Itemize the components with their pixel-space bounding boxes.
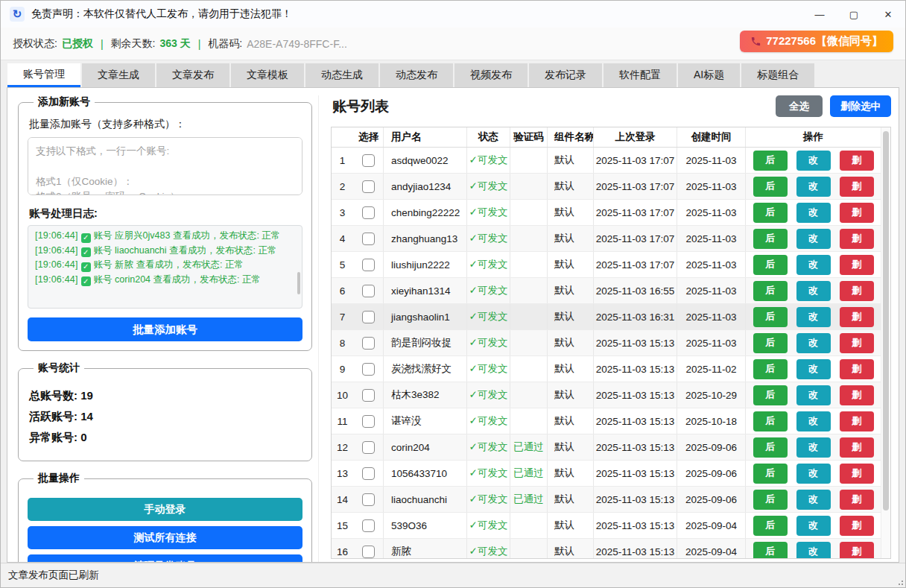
delete-button[interactable]: 删 — [840, 333, 874, 353]
edit-button[interactable]: 改 — [796, 490, 831, 510]
edit-button[interactable]: 改 — [796, 464, 831, 484]
row-number: 2 — [332, 174, 354, 199]
backend-button[interactable]: 后 — [753, 333, 788, 353]
tab-标题组合[interactable]: 标题组合 — [741, 63, 814, 87]
delete-button[interactable]: 删 — [840, 281, 874, 301]
batch-add-button[interactable]: 批量添加账号 — [28, 317, 302, 341]
backend-button[interactable]: 后 — [753, 411, 788, 431]
batch-op-测试所有连接-button[interactable]: 测试所有连接 — [28, 526, 302, 549]
delete-button[interactable]: 删 — [840, 411, 874, 431]
tab-文章模板[interactable]: 文章模板 — [231, 63, 304, 87]
days-left-label: 剩余天数: — [111, 37, 156, 51]
row-checkbox[interactable] — [362, 467, 375, 480]
delete-button[interactable]: 删 — [840, 542, 874, 560]
edit-button[interactable]: 改 — [796, 542, 831, 560]
edit-button[interactable]: 改 — [796, 151, 831, 171]
tab-视频发布[interactable]: 视频发布 — [454, 63, 528, 87]
delete-button[interactable]: 删 — [840, 255, 874, 275]
row-checkbox[interactable] — [362, 415, 375, 428]
row-checkbox[interactable] — [362, 180, 375, 193]
edit-button[interactable]: 改 — [796, 281, 831, 301]
delete-button[interactable]: 删 — [840, 151, 874, 171]
select-cell — [354, 278, 384, 303]
select-cell — [354, 356, 384, 382]
tab-账号管理[interactable]: 账号管理 — [7, 63, 80, 87]
backend-button[interactable]: 后 — [753, 464, 788, 484]
account-log-box[interactable]: [19:06:44]✓账号 应朋兴0jv483 查看成功，发布状态: 正常[19… — [28, 225, 302, 309]
tab-文章生成[interactable]: 文章生成 — [82, 63, 155, 87]
delete-button[interactable]: 删 — [840, 359, 874, 379]
edit-button[interactable]: 改 — [796, 437, 831, 458]
backend-button[interactable]: 后 — [753, 359, 788, 379]
backend-button[interactable]: 后 — [753, 307, 788, 327]
row-checkbox[interactable] — [362, 389, 375, 402]
delete-button[interactable]: 删 — [840, 464, 874, 484]
resize-grip[interactable] — [896, 578, 903, 585]
row-checkbox[interactable] — [362, 259, 375, 271]
backend-button[interactable]: 后 — [753, 490, 788, 510]
edit-button[interactable]: 改 — [796, 229, 831, 249]
table-scrollbar[interactable] — [881, 127, 890, 558]
backend-button[interactable]: 后 — [753, 255, 788, 275]
edit-button[interactable]: 改 — [796, 307, 831, 327]
row-checkbox[interactable] — [362, 233, 375, 245]
tab-文章发布[interactable]: 文章发布 — [156, 63, 229, 87]
main-content: 添加新账号 批量添加账号（支持多种格式）： 账号处理日志: [19:06:44]… — [7, 87, 899, 563]
delete-button[interactable]: 删 — [840, 516, 874, 536]
backend-button[interactable]: 后 — [753, 203, 788, 223]
backend-button[interactable]: 后 — [753, 177, 788, 197]
table-scrollbar-thumb[interactable] — [883, 131, 889, 510]
edit-button[interactable]: 改 — [796, 411, 831, 431]
row-checkbox[interactable] — [362, 154, 375, 167]
batch-op-清理异常账号-button[interactable]: 清理异常账号 — [28, 554, 302, 563]
edit-button[interactable]: 改 — [796, 177, 831, 197]
group-cell: 默认 — [548, 434, 594, 460]
delete-button[interactable]: 删 — [840, 307, 874, 327]
delete-button[interactable]: 删 — [840, 229, 874, 249]
backend-button[interactable]: 后 — [753, 542, 788, 560]
delete-selected-button[interactable]: 删除选中 — [830, 95, 891, 117]
tab-发布记录[interactable]: 发布记录 — [529, 63, 602, 87]
log-scrollbar-thumb[interactable] — [297, 272, 300, 294]
edit-button[interactable]: 改 — [796, 333, 831, 353]
edit-button[interactable]: 改 — [796, 203, 831, 223]
created-cell: 2025-11-02 — [677, 356, 746, 382]
backend-button[interactable]: 后 — [753, 516, 788, 536]
tab-软件配置[interactable]: 软件配置 — [604, 63, 677, 87]
contact-phone-badge[interactable]: 77227566【微信同号】 — [740, 31, 893, 52]
last-login-cell: 2025-11-03 17:07 — [594, 226, 677, 251]
tab-AI标题[interactable]: AI标题 — [678, 63, 740, 87]
row-checkbox[interactable] — [362, 441, 375, 454]
row-checkbox[interactable] — [362, 546, 375, 558]
delete-button[interactable]: 删 — [840, 437, 874, 458]
edit-button[interactable]: 改 — [796, 385, 831, 405]
delete-button[interactable]: 删 — [840, 177, 874, 197]
backend-button[interactable]: 后 — [753, 437, 788, 458]
batch-op-手动登录-button[interactable]: 手动登录 — [28, 498, 302, 521]
tab-动态生成[interactable]: 动态生成 — [305, 63, 378, 87]
delete-button[interactable]: 删 — [840, 385, 874, 405]
maximize-button[interactable]: ▢ — [837, 1, 871, 28]
backend-button[interactable]: 后 — [753, 229, 788, 249]
close-button[interactable]: ✕ — [871, 1, 905, 28]
row-checkbox[interactable] — [362, 206, 375, 219]
edit-button[interactable]: 改 — [796, 516, 831, 536]
edit-button[interactable]: 改 — [796, 359, 831, 379]
row-checkbox[interactable] — [362, 285, 375, 297]
delete-button[interactable]: 删 — [840, 490, 874, 510]
backend-button[interactable]: 后 — [753, 151, 788, 171]
backend-button[interactable]: 后 — [753, 385, 788, 405]
backend-button[interactable]: 后 — [753, 281, 788, 301]
row-checkbox[interactable] — [362, 519, 375, 532]
row-checkbox[interactable] — [362, 493, 375, 506]
select-all-button[interactable]: 全选 — [776, 95, 823, 117]
log-time: [19:06:44] — [35, 230, 78, 241]
minimize-button[interactable]: — — [802, 1, 837, 28]
row-checkbox[interactable] — [362, 337, 375, 350]
row-checkbox[interactable] — [362, 311, 375, 323]
delete-button[interactable]: 删 — [840, 203, 874, 223]
row-checkbox[interactable] — [362, 363, 375, 376]
edit-button[interactable]: 改 — [796, 255, 831, 275]
batch-add-input[interactable] — [28, 137, 302, 195]
tab-动态发布[interactable]: 动态发布 — [380, 63, 453, 87]
